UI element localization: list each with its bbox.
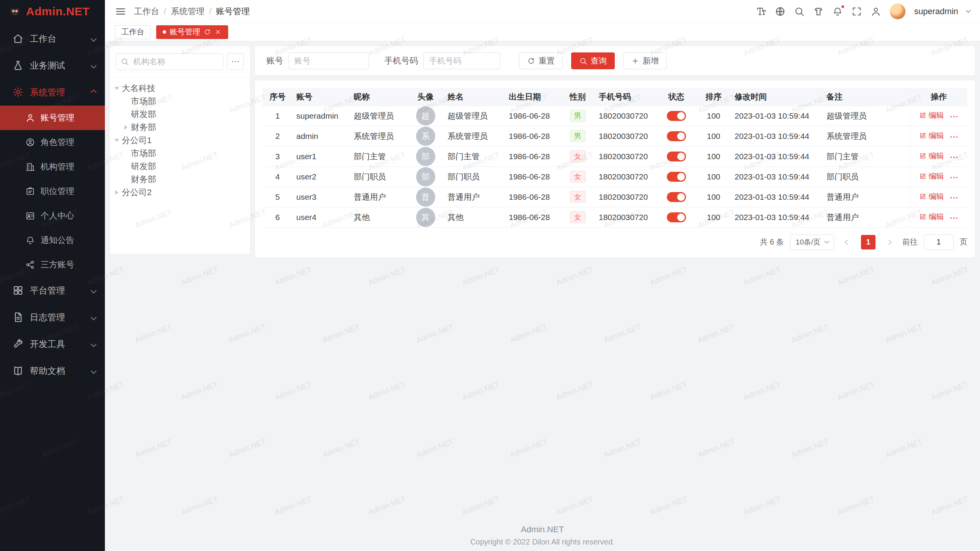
actions-cell: 编辑 xyxy=(910,207,967,227)
plus-icon xyxy=(631,57,639,65)
account-cell: user4 xyxy=(292,207,350,227)
table-header-row: 序号账号昵称头像姓名出生日期性别手机号码状态排序修改时间备注操作 xyxy=(263,88,967,106)
chevron-down-icon xyxy=(91,368,97,374)
tree-node[interactable]: 市场部 xyxy=(110,147,250,160)
tree-node[interactable]: 市场部 xyxy=(110,95,250,108)
sidebar-item-dev-tools[interactable]: 开发工具 xyxy=(0,331,105,357)
edit-button[interactable]: 编辑 xyxy=(919,171,944,181)
tree-node[interactable]: 分公司1 xyxy=(110,134,250,147)
reset-button[interactable]: 重置 xyxy=(519,52,563,69)
status-toggle[interactable] xyxy=(667,192,686,202)
sex-badge: 女 xyxy=(570,150,586,162)
sort-cell: 100 xyxy=(696,207,731,227)
tree-node[interactable]: 研发部 xyxy=(110,160,250,173)
chevron-down-icon xyxy=(966,8,971,13)
sidebar-item-log[interactable]: 日志管理 xyxy=(0,304,105,331)
next-page-button[interactable] xyxy=(882,235,896,249)
edit-button[interactable]: 编辑 xyxy=(919,130,944,141)
column-header-account: 账号 xyxy=(292,88,350,106)
phone-filter: 手机号码 xyxy=(384,52,500,69)
sidebar-item-label: 三方账号 xyxy=(41,259,74,271)
account-filter-input[interactable] xyxy=(289,52,369,69)
tree-node[interactable]: 财务部 xyxy=(110,121,250,134)
search-icon[interactable] xyxy=(794,6,805,17)
sidebar-item-help-docs[interactable]: 帮助文档 xyxy=(0,357,105,384)
page-size-select[interactable]: 10条/页 xyxy=(790,235,834,250)
search-button[interactable]: 查询 xyxy=(571,52,615,69)
notification-badge xyxy=(841,5,845,9)
table-row: 6user4其他其其他1986-06-28女180200307201002023… xyxy=(263,207,967,227)
tree-node[interactable]: 研发部 xyxy=(110,108,250,121)
logo-text: Admin.NET xyxy=(26,5,90,18)
close-icon[interactable] xyxy=(214,28,222,36)
tab-account[interactable]: 账号管理 xyxy=(156,25,228,39)
page-number-1[interactable]: 1 xyxy=(861,235,875,249)
tree-node[interactable]: 大名科技 xyxy=(110,82,250,95)
row-more-button[interactable] xyxy=(949,112,959,121)
column-header-phone: 手机号码 xyxy=(595,88,656,106)
chevron-down-icon xyxy=(91,62,97,68)
goto-page-input[interactable] xyxy=(924,235,954,250)
prev-page-button[interactable] xyxy=(840,235,855,249)
status-toggle[interactable] xyxy=(667,131,686,141)
font-size-icon[interactable] xyxy=(756,6,766,17)
sidebar-item-org[interactable]: 机构管理 xyxy=(0,155,105,179)
sidebar-item-third-account[interactable]: 三方账号 xyxy=(0,253,105,277)
fullscreen-icon[interactable] xyxy=(851,6,862,17)
row-more-button[interactable] xyxy=(949,173,959,182)
tree-node[interactable]: 分公司2 xyxy=(110,186,250,199)
sidebar-item-business-test[interactable]: 业务测试 xyxy=(0,52,105,79)
avatar-cell: 系 xyxy=(407,126,444,146)
sidebar-item-profile[interactable]: 个人中心 xyxy=(0,204,105,228)
edit-button[interactable]: 编辑 xyxy=(919,151,944,161)
nickname-cell: 其他 xyxy=(350,207,407,227)
tree-caret-icon[interactable] xyxy=(114,139,119,142)
refresh-icon[interactable] xyxy=(204,28,211,36)
account-cell: user3 xyxy=(292,187,350,207)
menu-toggle-icon[interactable] xyxy=(115,6,126,17)
right-column: 账号 手机号码 重置 查询 xyxy=(255,46,975,258)
sidebar-item-platform[interactable]: 平台管理 xyxy=(0,277,105,304)
edit-button[interactable]: 编辑 xyxy=(919,191,944,202)
row-more-button[interactable] xyxy=(949,214,959,223)
user-icon xyxy=(25,113,35,123)
status-toggle[interactable] xyxy=(667,212,686,222)
person-icon[interactable] xyxy=(871,6,881,17)
edit-button[interactable]: 编辑 xyxy=(919,212,944,222)
status-toggle[interactable] xyxy=(667,172,686,182)
language-icon[interactable] xyxy=(775,6,786,17)
tab-workbench[interactable]: 工作台 xyxy=(115,25,151,39)
sidebar-item-notice[interactable]: 通知公告 xyxy=(0,228,105,253)
org-search-input[interactable] xyxy=(116,53,223,70)
row-more-button[interactable] xyxy=(949,153,959,162)
goto-label: 前往 xyxy=(902,237,918,247)
notification-icon[interactable] xyxy=(832,6,843,17)
tree-node[interactable]: 财务部 xyxy=(110,173,250,186)
username[interactable]: superadmin xyxy=(914,7,958,16)
add-button[interactable]: 新增 xyxy=(623,52,667,69)
breadcrumb-item[interactable]: 工作台 xyxy=(134,6,159,17)
sidebar-item-role[interactable]: 角色管理 xyxy=(0,130,105,155)
status-toggle[interactable] xyxy=(667,152,686,161)
phone-filter-input[interactable] xyxy=(423,52,500,69)
sidebar-item-account[interactable]: 账号管理 xyxy=(0,106,105,130)
tree-caret-icon[interactable] xyxy=(124,125,127,130)
org-more-button[interactable] xyxy=(227,53,244,70)
row-more-button[interactable] xyxy=(949,132,959,142)
breadcrumb-item[interactable]: 账号管理 xyxy=(216,6,250,17)
row-more-button[interactable] xyxy=(949,193,959,202)
breadcrumb-item[interactable]: 系统管理 xyxy=(171,6,204,17)
avatar[interactable] xyxy=(890,3,906,20)
goto-suffix-label: 页 xyxy=(960,237,967,247)
status-toggle[interactable] xyxy=(667,111,686,121)
sidebar-item-workbench[interactable]: 工作台 xyxy=(0,25,105,52)
breadcrumb-separator: / xyxy=(164,7,166,16)
phone-cell: 18020030720 xyxy=(595,146,656,166)
theme-icon[interactable] xyxy=(813,6,824,17)
sidebar-item-system[interactable]: 系统管理 xyxy=(0,79,105,106)
tree-caret-icon[interactable] xyxy=(114,87,119,90)
edit-button[interactable]: 编辑 xyxy=(919,110,944,121)
table-body: 1superadmin超级管理员超超级管理员1986-06-28男1802003… xyxy=(263,106,967,227)
sidebar-item-post[interactable]: 职位管理 xyxy=(0,179,105,204)
tree-caret-icon[interactable] xyxy=(115,190,118,195)
